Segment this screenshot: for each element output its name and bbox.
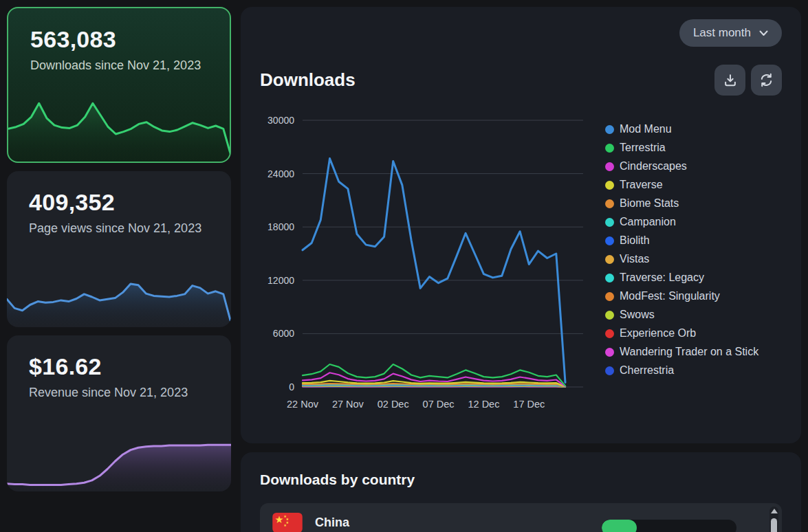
stat-card-pageviews[interactable]: 409,352 Page views since Nov 21, 2023 — [7, 171, 231, 327]
legend-dot-icon — [605, 274, 614, 282]
svg-text:★: ★ — [283, 523, 287, 527]
legend-label: ModFest: Singularity — [620, 290, 720, 302]
legend-label: Cherrestria — [620, 364, 674, 377]
country-panel-title: Downloads by country — [260, 472, 782, 488]
legend-item[interactable]: Biolith — [605, 234, 758, 247]
svg-text:0: 0 — [289, 381, 294, 392]
pageviews-total-label: Page views since Nov 21, 2023 — [29, 221, 210, 236]
legend-item[interactable]: Traverse: Legacy — [605, 271, 758, 284]
svg-text:12000: 12000 — [267, 275, 294, 286]
china-flag: ★ ★ ★ ★ ★ — [272, 513, 303, 532]
date-range-dropdown[interactable]: Last month — [679, 19, 782, 47]
svg-text:27 Nov: 27 Nov — [332, 399, 364, 410]
legend-item[interactable]: Campanion — [605, 216, 758, 228]
svg-text:30000: 30000 — [267, 115, 294, 126]
legend-dot-icon — [605, 125, 614, 134]
svg-text:24000: 24000 — [267, 168, 294, 179]
svg-text:18000: 18000 — [267, 221, 294, 232]
svg-text:★: ★ — [275, 514, 284, 525]
legend-dot-icon — [605, 181, 614, 190]
legend-label: Experience Orb — [620, 327, 696, 340]
legend-dot-icon — [605, 218, 614, 227]
legend-dot-icon — [605, 366, 614, 375]
downloads-sparkline — [8, 96, 231, 162]
legend-dot-icon — [605, 199, 614, 208]
legend-label: Wandering Trader on a Stick — [620, 346, 758, 358]
legend-label: Vistas — [620, 253, 649, 265]
svg-text:17 Dec: 17 Dec — [513, 399, 545, 410]
panel-toolbar: Last month — [260, 19, 782, 47]
revenue-total-label: Revenue since Nov 21, 2023 — [29, 385, 210, 401]
country-list: ★ ★ ★ ★ ★ China — [260, 503, 782, 532]
svg-text:12 Dec: 12 Dec — [468, 399, 499, 410]
refresh-icon — [758, 72, 774, 88]
pageviews-total: 409,352 — [29, 189, 210, 216]
legend-dot-icon — [605, 162, 614, 171]
legend-label: Mod Menu — [620, 123, 672, 135]
chart-legend: Mod MenuTerrestriaCinderscapesTraverseBi… — [605, 123, 758, 416]
legend-dot-icon — [605, 144, 614, 153]
country-download-bar — [602, 520, 736, 532]
legend-label: Swows — [620, 309, 655, 321]
legend-label: Biome Stats — [620, 197, 679, 210]
stat-card-downloads[interactable]: 563,083 Downloads since Nov 21, 2023 — [7, 7, 231, 163]
downloads-panel: Last month Downloads — [241, 7, 801, 443]
svg-text:07 Dec: 07 Dec — [423, 399, 455, 410]
country-row-china: ★ ★ ★ ★ ★ China — [260, 503, 782, 532]
legend-item[interactable]: Experience Orb — [605, 327, 758, 340]
analytics-page: 563,083 Downloads since Nov 21, 2023 409… — [0, 0, 808, 532]
download-icon — [723, 73, 738, 88]
legend-label: Traverse — [620, 179, 663, 191]
chart-actions — [714, 65, 782, 96]
svg-text:6000: 6000 — [273, 328, 294, 339]
chevron-down-icon — [759, 30, 768, 36]
legend-label: Traverse: Legacy — [620, 271, 704, 284]
legend-item[interactable]: Cherrestria — [605, 364, 758, 377]
legend-item[interactable]: ModFest: Singularity — [605, 290, 758, 302]
legend-item[interactable]: Wandering Trader on a Stick — [605, 346, 758, 358]
scroll-up-icon[interactable] — [771, 509, 778, 513]
legend-dot-icon — [605, 255, 614, 264]
legend-dot-icon — [605, 292, 614, 301]
export-csv-button[interactable] — [714, 65, 745, 96]
legend-item[interactable]: Cinderscapes — [605, 160, 758, 173]
legend-dot-icon — [605, 236, 614, 245]
series-line — [303, 159, 565, 383]
country-name: China — [315, 516, 349, 530]
legend-item[interactable]: Traverse — [605, 179, 758, 191]
legend-item[interactable]: Swows — [605, 309, 758, 321]
downloads-total-label: Downloads since Nov 21, 2023 — [30, 58, 209, 74]
scrollbar-thumb[interactable] — [771, 518, 777, 532]
legend-item[interactable]: Vistas — [605, 253, 758, 265]
country-list-scrollbar[interactable] — [769, 507, 778, 532]
title-row: Downloads — [260, 65, 782, 96]
country-panel: Downloads by country ★ ★ ★ ★ ★ China — [241, 452, 801, 532]
revenue-sparkline — [7, 428, 231, 491]
legend-dot-icon — [605, 329, 614, 338]
stat-cards-column: 563,083 Downloads since Nov 21, 2023 409… — [7, 7, 231, 525]
legend-item[interactable]: Terrestria — [605, 142, 758, 154]
downloads-line-chart: 060001200018000240003000022 Nov27 Nov02 … — [260, 112, 598, 416]
country-download-bar-fill — [602, 520, 637, 532]
svg-text:22 Nov: 22 Nov — [287, 399, 319, 410]
downloads-total: 563,083 — [30, 26, 209, 53]
revenue-total: $16.62 — [29, 353, 210, 380]
legend-dot-icon — [605, 348, 614, 357]
legend-item[interactable]: Biome Stats — [605, 197, 758, 210]
legend-label: Biolith — [620, 234, 650, 247]
stat-card-revenue[interactable]: $16.62 Revenue since Nov 21, 2023 — [7, 335, 231, 491]
main-column: Last month Downloads — [241, 7, 801, 525]
legend-label: Cinderscapes — [620, 160, 687, 173]
pageviews-sparkline — [7, 264, 231, 327]
legend-item[interactable]: Mod Menu — [605, 123, 758, 135]
downloads-chart-area: 060001200018000240003000022 Nov27 Nov02 … — [260, 112, 782, 416]
date-range-label: Last month — [693, 26, 751, 40]
page-title: Downloads — [260, 69, 356, 91]
svg-text:02 Dec: 02 Dec — [378, 399, 409, 410]
legend-label: Campanion — [620, 216, 676, 228]
legend-label: Terrestria — [620, 142, 666, 154]
refresh-button[interactable] — [751, 65, 782, 96]
legend-dot-icon — [605, 311, 614, 320]
